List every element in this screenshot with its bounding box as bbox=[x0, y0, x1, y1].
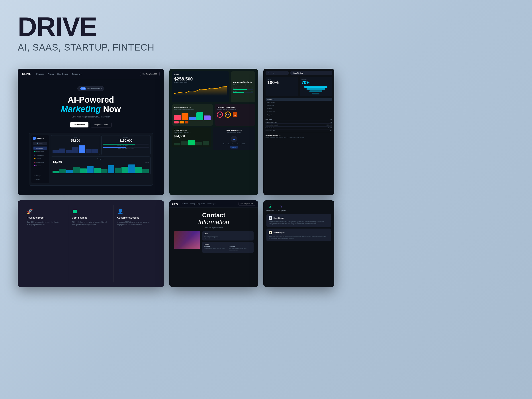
bar1-track bbox=[233, 89, 253, 90]
gauge-2-label: 5,750 bbox=[226, 114, 229, 115]
dynamic-gauges: 1250 5,750 999+ bbox=[217, 112, 253, 118]
feature-2-desc: 75% reduction in operational costs achie… bbox=[72, 221, 110, 226]
sales-chart: Sales $258,500 + 11.5% vs last month bbox=[172, 71, 229, 102]
collab-dot bbox=[34, 162, 35, 163]
pipeline-header-row: Marketing Sales Pipeline bbox=[266, 71, 332, 75]
sidebar-item-management[interactable]: Management bbox=[33, 150, 47, 153]
contact-info-boxes: Email help@run-analytics.com support@run… bbox=[202, 231, 253, 253]
pipeline-nav-visualization[interactable]: Visualization bbox=[266, 104, 332, 107]
contact-sub: Find the Right Solution bbox=[205, 227, 223, 228]
pipeline-nav-collaboration[interactable]: Collaboration bbox=[266, 110, 332, 113]
sidebar-item-visualization[interactable]: Visualization bbox=[33, 154, 47, 157]
contact-buy-btn[interactable]: Buy Template: $99 bbox=[239, 202, 255, 205]
contact-pricing: Pricing bbox=[190, 203, 195, 205]
dashboard-dot bbox=[34, 147, 35, 149]
analytics-bottom-left: Smart Targeting Financial Health in a Gl… bbox=[172, 127, 211, 150]
automated-insights: Automated Insights Effective growth anal… bbox=[231, 71, 255, 102]
bar2-trend: ↑ 1.3% bbox=[250, 90, 253, 92]
pipeline-bottom-sub: Clean, transform, and prepare your d... … bbox=[266, 137, 332, 138]
bar-1 bbox=[52, 150, 59, 153]
analytics-top: Sales $258,500 + 11.5% vs last month bbox=[172, 71, 255, 102]
db-item-datastream: ⊞ Data Stream A popular relational datab… bbox=[266, 214, 331, 227]
management-dot bbox=[34, 151, 35, 152]
contact-heading-text: Contact bbox=[202, 212, 225, 219]
schemasync-desc: A powerful, open-source object-relationa… bbox=[269, 235, 329, 239]
bar-4 bbox=[72, 147, 78, 153]
traffic-bars bbox=[52, 145, 98, 153]
gauge-1-label: 1250 bbox=[219, 114, 221, 115]
rocket-emoji: 🚀 bbox=[27, 209, 33, 214]
datastream-header: ⊞ Data Stream bbox=[269, 216, 329, 220]
features-card: 🚀 Revenue Boost Over 90% increase in rev… bbox=[18, 200, 164, 287]
sidebar-item-settings[interactable]: ⚙ Settings bbox=[33, 174, 47, 177]
eng-b13 bbox=[135, 167, 142, 173]
crm-icon: ⑂ bbox=[279, 203, 284, 209]
sidebar-item-analysis[interactable]: Analysis bbox=[33, 157, 47, 160]
upload-sub: Reliable data accuracy. bbox=[227, 132, 241, 133]
sidebar-item-dashboard[interactable]: Dashboard bbox=[33, 146, 47, 150]
pipeline-table: New Leads 250 Deals Closed Won 55 Revenu… bbox=[266, 118, 332, 132]
bar2-label: $8,258 bbox=[233, 90, 236, 92]
revenue-widget: Revenue $150,000 $5,316 · 0.7% +0.4% sin… bbox=[101, 135, 151, 155]
dynamic-optimization: Dynamic Optimization Dynamic, pushing un… bbox=[215, 104, 255, 126]
sidebar-item-collaboration[interactable]: Collaboration bbox=[33, 161, 47, 164]
submit-button[interactable]: Submit bbox=[230, 146, 238, 149]
insights-bars: $4,316 ↑ 1.7% $8,258 ↑ 1.3% bbox=[233, 87, 253, 93]
rocket-icon: 🚀 bbox=[27, 208, 33, 215]
engagement-widget: Engagement 14,250 visitors bbox=[51, 157, 151, 175]
sidebar-item-support2[interactable]: ? Support bbox=[33, 178, 47, 181]
pipeline-nav-management[interactable]: Management bbox=[266, 101, 332, 104]
sales-title: Sales bbox=[174, 74, 227, 76]
sales-pipeline-section: Sales Pipeline bbox=[290, 71, 332, 75]
hero-subtext: Drive Marketing Success with AI Innovati… bbox=[27, 116, 155, 118]
badge-text: See what's new bbox=[87, 88, 100, 89]
datastream-icon: ⊞ bbox=[269, 216, 272, 220]
analytics-inner: Sales $258,500 + 11.5% vs last month bbox=[169, 69, 258, 195]
contact-company: Company ▾ bbox=[208, 203, 215, 205]
bar-2 bbox=[59, 149, 65, 153]
contact-offices: New York 2464 Royal Ln, Mesa, New York 4… bbox=[204, 246, 252, 251]
pipeline-nav-dashboard[interactable]: Dashboard bbox=[266, 98, 332, 101]
dash-main: Traffic 25,800 visitors bbox=[51, 135, 151, 183]
upload-sub-text: Drag & drop or browse files for CRM bbox=[223, 143, 245, 145]
bar1-fill bbox=[233, 89, 247, 90]
gauge-3-label: 999+ bbox=[234, 115, 236, 116]
row-3-value: $100,000 bbox=[327, 124, 332, 126]
contact-nav: DRIVE Features Pricing Help Center Compa… bbox=[169, 200, 258, 208]
eng-b3 bbox=[66, 170, 73, 173]
eng-b14 bbox=[142, 169, 149, 173]
pipeline-nav-support[interactable]: Support bbox=[266, 114, 332, 116]
dash-logo-icon bbox=[33, 137, 36, 140]
pred-b3 bbox=[189, 117, 196, 120]
pred-b1 bbox=[174, 115, 181, 120]
eng-b10 bbox=[115, 168, 121, 173]
databases-icon: 🗄 bbox=[267, 203, 273, 209]
funnel-stage-2 bbox=[307, 88, 325, 90]
line-chart bbox=[174, 85, 227, 96]
traffic-widget: Traffic 25,800 visitors bbox=[51, 135, 100, 155]
pipeline-nav-analysis[interactable]: Analysis bbox=[266, 107, 332, 110]
sidebar-item-support[interactable]: Support bbox=[33, 164, 47, 167]
sales-sub: + 11.5% vs last month bbox=[174, 82, 227, 83]
hero-heading-italic: Marketing bbox=[61, 104, 103, 114]
revenue-value: $150,000 bbox=[103, 139, 149, 142]
hero-buy-btn[interactable]: Buy Template: $99 bbox=[140, 72, 160, 76]
analytics-card: Sales $258,500 + 11.5% vs last month bbox=[169, 69, 258, 195]
bar-5 bbox=[79, 146, 85, 153]
start-free-button[interactable]: Start for Free bbox=[70, 122, 89, 127]
schemasync-icon: ◉ bbox=[269, 231, 272, 234]
dash-logo: Marketing bbox=[33, 137, 47, 140]
pct-left-box: Target 100% bbox=[266, 77, 298, 96]
contact-image-overlay bbox=[174, 231, 200, 249]
feature-2-title: Cost Savings bbox=[72, 216, 110, 219]
pred-b5 bbox=[204, 115, 211, 120]
dash-search: 🔍 Search bbox=[33, 142, 47, 145]
insights-bar-2: $8,258 ↑ 1.3% bbox=[233, 90, 253, 93]
dynamic-sub: Dynamic, pushing understanding. bbox=[217, 109, 253, 110]
contact-bottom: Email help@run-analytics.com support@run… bbox=[174, 231, 253, 253]
office-ny: New York 2464 Royal Ln, Mesa, New York 4… bbox=[204, 246, 227, 251]
request-demo-button[interactable]: Request a Demo bbox=[91, 122, 112, 127]
engagement-value: 14,250 bbox=[52, 160, 62, 164]
traffic-label: Traffic bbox=[52, 137, 98, 138]
db-header-databases: 🗄 Databases bbox=[266, 203, 274, 211]
